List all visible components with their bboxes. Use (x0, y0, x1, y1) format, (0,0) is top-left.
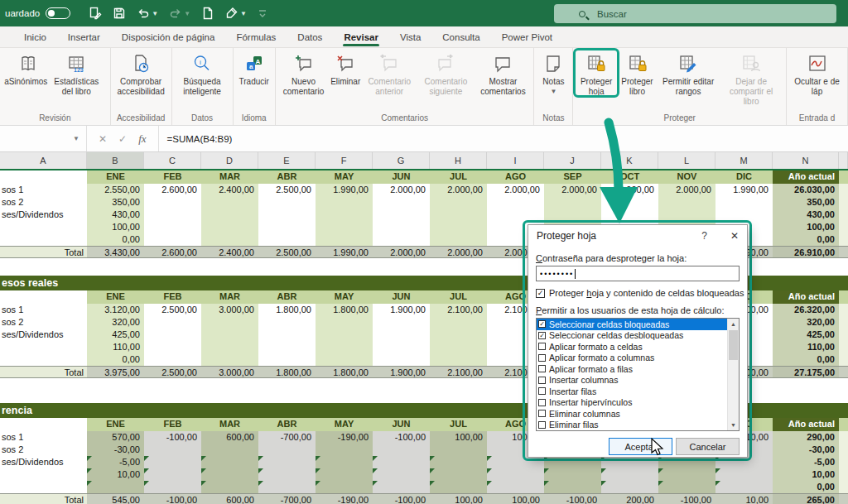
undo-icon[interactable]: ▼ (137, 7, 158, 20)
ribbon-button-nuevo-comentario[interactable]: Nuevo comentario (278, 50, 329, 97)
value-cell[interactable] (201, 468, 258, 481)
column-header-G[interactable]: G (373, 152, 430, 169)
row-label-cell[interactable] (0, 353, 87, 366)
value-cell[interactable] (316, 316, 373, 329)
value-cell[interactable] (316, 221, 373, 233)
ribbon-button-proteger-libro[interactable]: Proteger libro (617, 50, 658, 97)
value-cell[interactable]: 1.990,00 (716, 184, 773, 196)
value-cell[interactable] (430, 468, 487, 481)
month-header-cell[interactable]: ENE (87, 170, 144, 184)
ribbon-button-sinónimos[interactable]: Sinónimos (11, 50, 46, 87)
value-cell[interactable] (658, 456, 716, 468)
month-header-cell[interactable]: OCT (601, 170, 658, 184)
value-cell[interactable]: 2.000,00 (544, 184, 601, 196)
value-cell[interactable] (430, 316, 487, 329)
value-cell[interactable]: 0,00 (87, 353, 144, 366)
value-cell[interactable]: 100,00 (87, 221, 144, 233)
row-label-cell[interactable]: sos 2 (0, 196, 87, 209)
value-cell[interactable]: 3.000,00 (201, 304, 258, 316)
month-header-cell[interactable]: ABR (258, 170, 316, 184)
column-header-C[interactable]: C (144, 152, 201, 169)
month-header-cell[interactable]: ENE (87, 418, 144, 431)
value-cell[interactable] (658, 196, 716, 209)
month-header-cell[interactable]: JUN (373, 290, 430, 304)
column-header-M[interactable]: M (716, 152, 773, 169)
value-cell[interactable] (144, 456, 201, 468)
year-total-cell[interactable]: 265,00 (773, 493, 839, 504)
value-cell[interactable] (258, 233, 316, 246)
value-cell[interactable] (373, 316, 430, 329)
value-cell[interactable] (658, 209, 716, 221)
value-cell[interactable] (316, 456, 373, 468)
value-cell[interactable]: 2.550,00 (87, 184, 144, 196)
year-value-cell[interactable]: -5,00 (773, 456, 839, 468)
month-header-cell[interactable]: JUL (430, 170, 487, 184)
checkbox-unchecked-icon[interactable] (538, 410, 546, 417)
value-cell[interactable] (601, 456, 658, 468)
value-cell[interactable] (144, 468, 201, 481)
month-header-cell[interactable]: ABR (258, 418, 316, 431)
value-cell[interactable] (601, 209, 658, 221)
password-input[interactable]: •••••••• (536, 266, 740, 281)
save-icon[interactable] (113, 7, 126, 20)
year-value-cell[interactable]: 26.320,00 (773, 304, 839, 316)
column-header-I[interactable]: I (487, 152, 544, 169)
value-cell[interactable]: 2.500,00 (258, 184, 316, 196)
total-value-cell[interactable]: 545,00 (87, 493, 144, 504)
column-header-E[interactable]: E (258, 152, 316, 169)
scroll-up-icon[interactable]: ▲ (728, 319, 739, 329)
row-label-cell[interactable]: ses/Dividendos (0, 329, 87, 341)
month-header-cell[interactable]: JUN (373, 170, 430, 184)
value-cell[interactable] (430, 456, 487, 468)
value-cell[interactable] (144, 444, 201, 456)
accept-button[interactable]: Aceptar (609, 438, 672, 455)
row-label-cell[interactable] (0, 468, 87, 481)
month-header-cell[interactable]: JUL (430, 290, 487, 304)
value-cell[interactable]: 2.000,00 (373, 184, 430, 196)
tab-fórmulas[interactable]: Fórmulas (225, 26, 287, 47)
value-cell[interactable] (373, 456, 430, 468)
total-value-cell[interactable]: 2.000,00 (430, 246, 487, 258)
value-cell[interactable]: 3.120,00 (87, 304, 144, 316)
month-header-cell[interactable]: DIC (716, 170, 773, 184)
value-cell[interactable] (373, 233, 430, 246)
value-cell[interactable]: -190,00 (316, 431, 373, 444)
month-header-cell[interactable]: MAR (201, 290, 258, 304)
column-header-H[interactable]: H (430, 152, 487, 169)
value-cell[interactable] (144, 221, 201, 233)
total-value-cell[interactable]: -100,00 (544, 493, 601, 504)
value-cell[interactable] (544, 481, 601, 493)
ribbon-button-proteger-hoja[interactable]: Proteger hoja (576, 50, 616, 97)
month-header-cell[interactable]: FEB (144, 290, 201, 304)
column-header-K[interactable]: K (601, 152, 658, 169)
year-value-cell[interactable]: 320,00 (773, 316, 839, 329)
value-cell[interactable] (487, 481, 544, 493)
value-cell[interactable] (544, 468, 601, 481)
row-label-cell[interactable] (0, 170, 87, 184)
total-value-cell[interactable]: 10,00 (716, 493, 773, 504)
value-cell[interactable] (430, 341, 487, 353)
value-cell[interactable] (201, 353, 258, 366)
value-cell[interactable] (258, 481, 316, 493)
row-label-cell[interactable]: sos 2 (0, 316, 87, 329)
row-label-cell[interactable] (0, 233, 87, 246)
value-cell[interactable] (144, 353, 201, 366)
value-cell[interactable] (144, 233, 201, 246)
tab-inicio[interactable]: Inicio (13, 26, 57, 47)
checkbox-unchecked-icon[interactable] (538, 354, 546, 362)
chevron-down-icon[interactable]: ▼ (152, 10, 158, 17)
value-cell[interactable] (258, 209, 316, 221)
value-cell[interactable]: 2.000,00 (487, 184, 544, 196)
value-cell[interactable]: 2.400,00 (201, 184, 258, 196)
value-cell[interactable]: 600,00 (201, 431, 258, 444)
total-value-cell[interactable]: 2.500,00 (144, 366, 201, 378)
value-cell[interactable]: 2.000,00 (601, 184, 658, 196)
value-cell[interactable] (316, 353, 373, 366)
value-cell[interactable] (716, 456, 773, 468)
month-header-cell[interactable]: MAR (201, 170, 258, 184)
value-cell[interactable]: 1.900,00 (373, 304, 430, 316)
tab-insertar[interactable]: Insertar (57, 26, 111, 47)
total-value-cell[interactable]: 1.800,00 (258, 366, 316, 378)
value-cell[interactable]: 320,00 (87, 316, 144, 329)
value-cell[interactable] (658, 481, 716, 493)
